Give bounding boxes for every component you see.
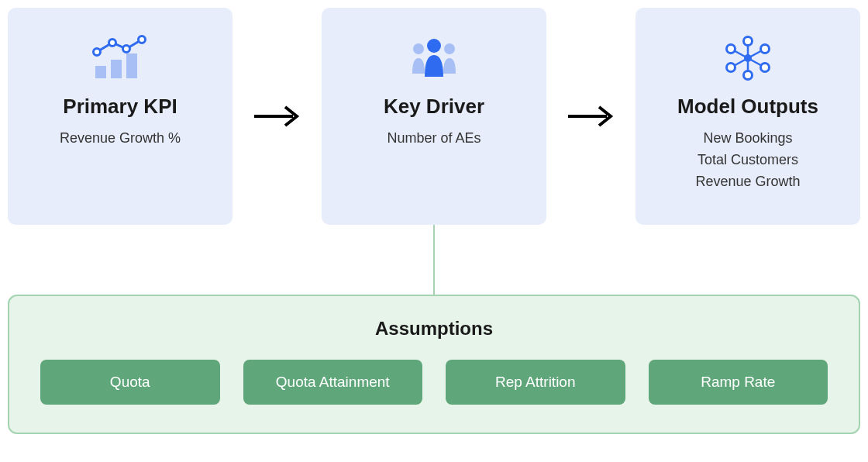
- connector-line: [433, 225, 435, 296]
- svg-point-5: [123, 46, 130, 53]
- output-line: New Bookings: [695, 128, 800, 150]
- card-model-outputs: Model Outputs New Bookings Total Custome…: [636, 8, 860, 225]
- svg-point-3: [94, 49, 101, 56]
- card-title: Model Outputs: [677, 95, 818, 119]
- card-sub: Revenue Growth %: [60, 128, 181, 150]
- assumptions-box: Assumptions Quota Quota Attainment Rep A…: [8, 295, 860, 434]
- svg-point-18: [744, 54, 752, 62]
- assumption-pill: Rep Attrition: [446, 360, 625, 405]
- svg-point-19: [744, 37, 753, 46]
- card-sub: New Bookings Total Customers Revenue Gro…: [695, 128, 800, 193]
- arrow-icon: [556, 101, 626, 132]
- card-title: Primary KPI: [63, 95, 177, 119]
- svg-point-22: [744, 71, 753, 80]
- output-line: Total Customers: [695, 150, 800, 171]
- top-row: Primary KPI Revenue Growth % Key Driver …: [8, 8, 860, 225]
- card-primary-kpi: Primary KPI Revenue Growth %: [8, 8, 232, 225]
- svg-point-9: [444, 43, 455, 54]
- svg-point-8: [413, 43, 424, 54]
- svg-point-20: [761, 45, 770, 53]
- svg-point-24: [727, 45, 735, 53]
- svg-point-21: [761, 64, 770, 72]
- network-icon: [717, 31, 779, 85]
- card-title: Key Driver: [384, 95, 484, 119]
- assumptions-title: Assumptions: [40, 318, 828, 340]
- svg-rect-2: [126, 53, 137, 78]
- arrow-icon: [243, 101, 312, 132]
- card-key-driver: Key Driver Number of AEs: [322, 8, 546, 225]
- svg-point-4: [109, 40, 116, 47]
- svg-point-6: [139, 36, 146, 43]
- card-sub: Number of AEs: [387, 128, 480, 150]
- assumption-pill: Quota: [40, 360, 220, 405]
- svg-point-23: [727, 64, 735, 72]
- assumptions-row: Quota Quota Attainment Rep Attrition Ram…: [40, 360, 828, 405]
- svg-point-10: [427, 39, 441, 53]
- output-line: Revenue Growth: [695, 171, 800, 193]
- svg-rect-0: [95, 66, 106, 78]
- people-icon: [403, 31, 465, 85]
- svg-rect-1: [111, 60, 122, 78]
- chart-icon: [89, 31, 151, 85]
- assumption-pill: Quota Attainment: [243, 360, 423, 405]
- assumption-pill: Ramp Rate: [649, 360, 828, 405]
